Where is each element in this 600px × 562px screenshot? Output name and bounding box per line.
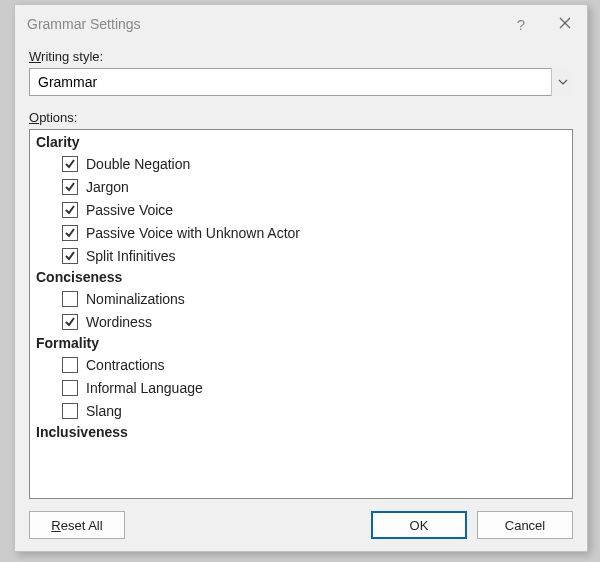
button-row: Reset All OK Cancel	[29, 511, 573, 539]
close-button[interactable]	[543, 5, 587, 43]
ok-button[interactable]: OK	[371, 511, 467, 539]
reset-all-button[interactable]: Reset All	[29, 511, 125, 539]
option-label: Nominalizations	[86, 291, 185, 307]
group-header: Inclusiveness	[36, 422, 566, 442]
dialog-content: Writing style: Grammar Options: ClarityD…	[15, 43, 587, 551]
writing-style-select[interactable]: Grammar	[29, 68, 573, 96]
group-header: Conciseness	[36, 267, 566, 287]
titlebar: Grammar Settings ?	[15, 5, 587, 43]
help-icon: ?	[517, 16, 525, 33]
group-header: Clarity	[36, 132, 566, 152]
writing-style-value: Grammar	[38, 74, 97, 90]
dialog-title: Grammar Settings	[27, 16, 499, 32]
option-label: Passive Voice with Unknown Actor	[86, 225, 300, 241]
option-label: Passive Voice	[86, 202, 173, 218]
option-row[interactable]: Informal Language	[36, 376, 566, 399]
checkbox[interactable]	[62, 314, 78, 330]
option-row[interactable]: Wordiness	[36, 310, 566, 333]
option-row[interactable]: Contractions	[36, 353, 566, 376]
option-row[interactable]: Slang	[36, 399, 566, 422]
option-row[interactable]: Passive Voice with Unknown Actor	[36, 221, 566, 244]
option-label: Slang	[86, 403, 122, 419]
option-label: Double Negation	[86, 156, 190, 172]
grammar-settings-dialog: Grammar Settings ? Writing style: Gramma…	[14, 4, 588, 552]
option-label: Wordiness	[86, 314, 152, 330]
checkbox[interactable]	[62, 225, 78, 241]
help-button[interactable]: ?	[499, 5, 543, 43]
chevron-down-icon	[551, 68, 573, 96]
checkbox[interactable]	[62, 156, 78, 172]
options-listbox: ClarityDouble NegationJargonPassive Voic…	[29, 129, 573, 499]
cancel-button[interactable]: Cancel	[477, 511, 573, 539]
option-row[interactable]: Jargon	[36, 175, 566, 198]
checkbox[interactable]	[62, 179, 78, 195]
option-row[interactable]: Nominalizations	[36, 287, 566, 310]
checkbox[interactable]	[62, 248, 78, 264]
close-icon	[559, 17, 571, 32]
group-header: Formality	[36, 333, 566, 353]
option-row[interactable]: Double Negation	[36, 152, 566, 175]
checkbox[interactable]	[62, 380, 78, 396]
option-label: Informal Language	[86, 380, 203, 396]
options-label: Options:	[29, 110, 573, 125]
options-scroll[interactable]: ClarityDouble NegationJargonPassive Voic…	[30, 130, 572, 498]
checkbox[interactable]	[62, 202, 78, 218]
writing-style-label: Writing style:	[29, 49, 573, 64]
option-row[interactable]: Passive Voice	[36, 198, 566, 221]
checkbox[interactable]	[62, 291, 78, 307]
checkbox[interactable]	[62, 403, 78, 419]
option-row[interactable]: Split Infinitives	[36, 244, 566, 267]
option-label: Split Infinitives	[86, 248, 175, 264]
checkbox[interactable]	[62, 357, 78, 373]
option-label: Jargon	[86, 179, 129, 195]
option-label: Contractions	[86, 357, 165, 373]
